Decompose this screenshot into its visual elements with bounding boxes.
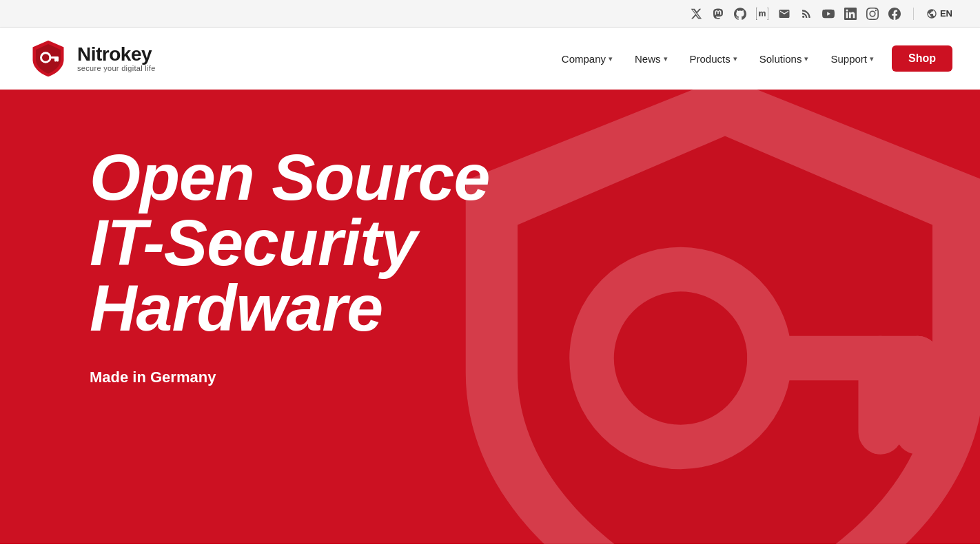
nav-news[interactable]: News ▾: [625, 48, 677, 70]
language-selector[interactable]: EN: [926, 8, 952, 19]
logo-link[interactable]: Nitrokey secure your digital life: [28, 38, 156, 79]
email-icon[interactable]: [778, 8, 790, 20]
nav-solutions[interactable]: Solutions ▾: [750, 48, 819, 70]
navbar: Nitrokey secure your digital life Compan…: [0, 28, 980, 90]
matrix-icon[interactable]: [756, 8, 768, 20]
rss-icon[interactable]: [800, 8, 813, 20]
lang-label: EN: [940, 8, 952, 19]
github-icon[interactable]: [734, 8, 746, 20]
mastodon-icon[interactable]: [712, 8, 724, 20]
hero-subtitle: Made in Germany: [90, 368, 489, 386]
facebook-icon[interactable]: [888, 8, 901, 20]
chevron-down-icon: ▾: [870, 54, 874, 63]
logo-tagline: secure your digital life: [77, 64, 156, 72]
youtube-icon[interactable]: [822, 8, 835, 20]
chevron-down-icon: ▾: [804, 54, 808, 63]
instagram-icon[interactable]: [866, 8, 879, 20]
topbar: EN: [0, 0, 980, 28]
logo-name: Nitrokey: [77, 45, 156, 64]
nav-products[interactable]: Products ▾: [680, 48, 747, 70]
shop-button[interactable]: Shop: [892, 45, 952, 72]
chevron-down-icon: ▾: [664, 54, 668, 63]
nav-links: Company ▾ News ▾ Products ▾ Solutions ▾ …: [552, 45, 952, 72]
nav-support[interactable]: Support ▾: [821, 48, 884, 70]
chevron-down-icon: ▾: [609, 54, 613, 63]
x-twitter-icon[interactable]: [690, 8, 702, 20]
hero-content: Open Source IT-Security Hardware Made in…: [0, 90, 544, 441]
nav-company[interactable]: Company ▾: [552, 48, 622, 70]
logo-text: Nitrokey secure your digital life: [77, 45, 156, 72]
hero-section: Open Source IT-Security Hardware Made in…: [0, 90, 980, 544]
hero-title: Open Source IT-Security Hardware: [90, 145, 489, 341]
logo-shield-icon: [28, 38, 69, 79]
chevron-down-icon: ▾: [733, 54, 737, 63]
linkedin-icon[interactable]: [844, 8, 857, 20]
